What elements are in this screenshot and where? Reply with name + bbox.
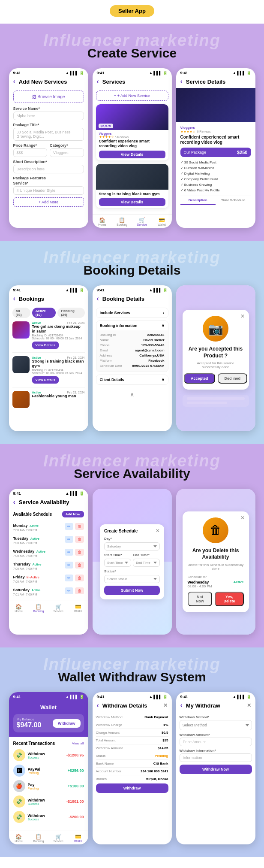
day-time-thursday: 7:00 AM- 7:00 PM	[13, 567, 65, 570]
back-arrow-b2[interactable]: ‹	[97, 295, 99, 302]
edit-monday-btn[interactable]: ✏	[65, 523, 73, 530]
trans-icon-3: 🍎	[13, 780, 25, 792]
view-details-btn-2[interactable]: View Details	[99, 198, 165, 206]
info-input[interactable]: Information	[180, 753, 252, 762]
edit-thursday-btn[interactable]: ✏	[65, 562, 73, 569]
nav-service-a[interactable]: 🛒Service	[48, 604, 68, 613]
short-desc-input[interactable]: Description here	[13, 165, 84, 173]
status-icons-w2: ▲ ▌▌▌ 🔋	[149, 695, 167, 699]
transaction-1: 💸 Withdraw Success -$1200.95	[13, 749, 84, 761]
mw-close-btn[interactable]: ✕	[247, 702, 251, 708]
nav-wallet-a[interactable]: 💳Wallet	[68, 604, 88, 613]
edit-wednesday-btn[interactable]: ✏	[65, 549, 73, 556]
edit-tuesday-btn[interactable]: ✏	[65, 536, 73, 543]
booking-info-header[interactable]: Booking information ∨	[96, 321, 168, 330]
feature-3: ✓ Digital Marketing	[180, 171, 251, 176]
not-now-btn[interactable]: Not Now	[188, 592, 213, 606]
service-card-2: Strong is training black man gym View De…	[96, 164, 168, 209]
signal-icon-w3: ▌▌▌	[237, 695, 245, 699]
delete-friday-btn[interactable]: 🗑	[75, 575, 84, 581]
browse-image-btn[interactable]: 🖼 Browse Image	[13, 91, 84, 103]
service-img-2	[96, 164, 168, 190]
back-arrow-b1[interactable]: ‹	[13, 295, 15, 302]
end-time-select[interactable]: End Time	[133, 559, 160, 567]
day-time-saturday: 7:01 AM- 7:00 PM	[13, 593, 65, 596]
back-arrow-a1[interactable]: ‹	[13, 498, 15, 506]
wd-close-btn[interactable]: ✕	[163, 702, 168, 708]
schedule-for-label: Schedule for	[188, 575, 244, 579]
package-title-label: Package Title*	[13, 123, 84, 127]
method-select[interactable]: Select Method	[180, 720, 252, 730]
yes-delete-btn[interactable]: Yes, Delete	[215, 592, 243, 606]
category-select[interactable]: Vloggers	[50, 148, 84, 157]
delete-tuesday-btn[interactable]: 🗑	[75, 536, 84, 543]
accept-btn[interactable]: Accepted	[184, 373, 215, 384]
day-time-tuesday: 7:00 AM- 7:00 PM	[13, 541, 65, 544]
delete-modal-close[interactable]: ✕	[240, 515, 245, 521]
add-more-btn[interactable]: + Add More	[13, 197, 84, 207]
view-details-btn-b2[interactable]: View Details	[32, 376, 59, 384]
start-time-select[interactable]: Start Time	[104, 559, 131, 567]
nav-wallet[interactable]: 💳Wallet	[152, 217, 171, 226]
withdraw-now-btn[interactable]: Withdraw Now	[180, 765, 252, 774]
client-details-header[interactable]: Client Details ∨	[96, 375, 168, 384]
nav-service-w[interactable]: 🛒Service	[48, 834, 68, 843]
category-label: Category*	[50, 143, 84, 148]
add-now-btn[interactable]: Add Now	[62, 511, 84, 517]
edit-friday-btn[interactable]: ✏	[65, 575, 73, 581]
tab-pending[interactable]: Pending (24)	[57, 308, 84, 318]
tab-active[interactable]: Active (10)	[32, 308, 56, 318]
delete-saturday-btn[interactable]: 🗑	[75, 587, 84, 594]
service-name-label: Service Name*	[13, 106, 84, 111]
trans-amount-3: +$100.00	[68, 784, 84, 788]
include-services-header[interactable]: Include Services ›	[96, 308, 168, 318]
view-details-btn-1[interactable]: View Details	[99, 151, 165, 158]
wallet-withdraw-btn[interactable]: Withdraw	[53, 719, 80, 728]
back-arrow-2[interactable]: ‹	[97, 78, 99, 85]
home-icon-w: 🏠	[9, 834, 29, 840]
submit-schedule-btn[interactable]: Submit Now	[104, 586, 160, 595]
price-input[interactable]: $$$	[13, 148, 48, 157]
booking-info-1: Active Feb 21, 2024 Two girl are doing m…	[32, 321, 85, 349]
add-service-btn[interactable]: + + Add New Service	[96, 91, 168, 101]
nav-home[interactable]: 🏠Home	[93, 217, 112, 226]
amount-input[interactable]: Price Amount	[180, 738, 252, 746]
package-title-input[interactable]: 30 Social Media Post, Business Growing, …	[13, 128, 84, 141]
back-arrow-3[interactable]: ‹	[180, 78, 183, 85]
nav-service[interactable]: 🛒Service	[132, 217, 152, 226]
nav-booking[interactable]: 📋Booking	[112, 217, 132, 226]
status-select[interactable]: Select Status	[104, 575, 160, 583]
day-actions-monday: ✏ 🗑	[65, 523, 84, 530]
start-time-field: Start Time* Start Time	[104, 553, 131, 567]
time-fields-row: Start Time* Start Time End Time* End Tim…	[104, 553, 160, 569]
delete-thursday-btn[interactable]: 🗑	[75, 562, 84, 569]
nav-home-w[interactable]: 🏠Home	[9, 834, 29, 843]
tab-description[interactable]: Description	[180, 196, 216, 205]
status-field: Status* Select Status	[104, 569, 160, 583]
back-arrow-1[interactable]: ‹	[13, 78, 15, 85]
delete-monday-btn[interactable]: 🗑	[75, 523, 84, 530]
service-name-input[interactable]: Alpha here	[13, 112, 84, 120]
back-arrow-w3[interactable]: ‹	[180, 702, 183, 709]
signal-icon-2: ▌▌▌	[153, 71, 162, 75]
tab-time-schedule[interactable]: Time Schedule	[216, 196, 251, 205]
details-title: Confident experienced smart recording vi…	[180, 135, 251, 145]
view-details-btn-b1[interactable]: View Details	[32, 342, 59, 349]
nav-home-a[interactable]: 🏠Home	[9, 604, 29, 613]
day-select[interactable]: Saturday	[104, 542, 160, 550]
tab-all[interactable]: All (56)	[12, 308, 30, 318]
nav-booking-a[interactable]: 📋Booking	[29, 604, 48, 613]
view-all-link[interactable]: View all	[72, 741, 84, 745]
service-feature-input[interactable]: 4 Unique Header Style	[13, 186, 84, 195]
booking-date-3: Feb 21, 2024	[67, 391, 84, 394]
day-thursday-info: Thursday Active 7:00 AM- 7:00 PM	[13, 560, 65, 570]
create-schedule-close[interactable]: ✕	[156, 528, 160, 534]
delete-wednesday-btn[interactable]: 🗑	[75, 549, 84, 556]
nav-wallet-w[interactable]: 💳Wallet	[68, 834, 88, 843]
decline-btn[interactable]: Declined	[218, 373, 248, 384]
edit-saturday-btn[interactable]: ✏	[65, 587, 73, 594]
modal-close-btn[interactable]: ✕	[240, 313, 245, 319]
back-arrow-w2[interactable]: ‹	[97, 702, 99, 709]
nav-booking-w[interactable]: 📋Booking	[29, 834, 48, 843]
withdraw-action-btn[interactable]: Withdraw	[96, 783, 168, 793]
